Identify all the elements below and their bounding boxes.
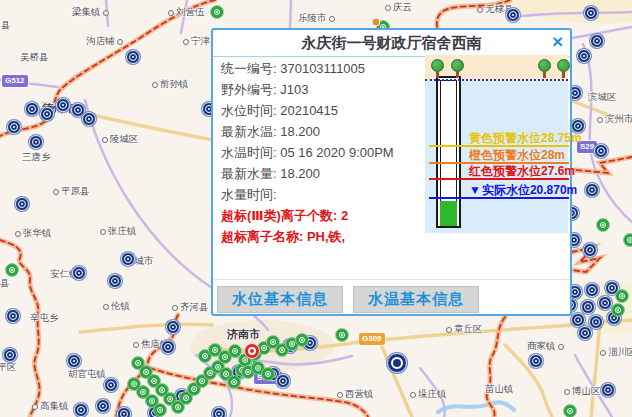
popup-field: 野外编号: J103: [221, 79, 403, 100]
station-marker-green[interactable]: [623, 233, 632, 247]
station-marker-blue[interactable]: [3, 348, 17, 362]
station-marker-blue[interactable]: [82, 112, 96, 126]
station-marker-blue[interactable]: [29, 135, 43, 149]
station-marker-green[interactable]: [615, 289, 629, 303]
station-marker-blue[interactable]: [212, 407, 226, 417]
station-marker-blue[interactable]: [589, 315, 603, 329]
station-marker-blue[interactable]: [601, 383, 615, 397]
station-marker-blue[interactable]: [594, 144, 608, 158]
warning-level-label: 橙色预警水位28m: [469, 147, 565, 164]
station-marker-blue[interactable]: [40, 107, 54, 121]
tree-icon: [537, 59, 551, 80]
station-marker-green[interactable]: [563, 404, 577, 417]
station-marker-bigblue[interactable]: [387, 353, 407, 373]
popup-field: 水量时间:: [221, 184, 403, 205]
station-marker-blue[interactable]: [276, 374, 290, 388]
station-marker-blue[interactable]: [117, 407, 131, 417]
station-marker-orange[interactable]: [372, 18, 381, 27]
station-marker-blue[interactable]: [590, 34, 604, 48]
station-marker-green[interactable]: [227, 375, 241, 389]
popup-field: 最新水温: 18.200: [221, 121, 403, 142]
station-marker-blue[interactable]: [584, 6, 598, 20]
popup-field: 超标(Ⅲ类)离子个数: 2: [221, 205, 403, 226]
station-marker-green[interactable]: [127, 377, 141, 391]
station-marker-green[interactable]: [611, 303, 625, 317]
station-marker-green[interactable]: [153, 403, 167, 417]
station-marker-blue[interactable]: [166, 320, 180, 334]
tree-icon: [450, 59, 464, 80]
station-marker-blue[interactable]: [25, 102, 39, 116]
station-marker-blue[interactable]: [583, 243, 597, 257]
station-marker-blue[interactable]: [121, 252, 135, 266]
station-marker-blue[interactable]: [56, 98, 70, 112]
station-marker-blue[interactable]: [571, 313, 585, 327]
warning-level-label: 红色预警水位27.6m: [469, 163, 575, 180]
station-marker-blue[interactable]: [7, 120, 21, 134]
station-marker-blue[interactable]: [506, 8, 520, 22]
station-marker-green[interactable]: [295, 333, 309, 347]
station-marker-blue[interactable]: [585, 183, 599, 197]
station-marker-blue[interactable]: [581, 300, 595, 314]
station-info-popup: 永庆街一号财政厅宿舍西南 × 统一编号: 370103111005野外编号: J…: [211, 28, 572, 316]
station-marker-blue[interactable]: [578, 326, 592, 340]
water-level-triangle-icon: ▼: [469, 183, 481, 197]
station-marker-green[interactable]: [335, 328, 349, 342]
station-marker-green[interactable]: [5, 263, 19, 277]
warning-level-label: 黄色预警水位28.75m: [469, 130, 582, 147]
popup-field: 统一编号: 370103111005: [221, 58, 403, 79]
station-marker-blue[interactable]: [6, 309, 20, 323]
popup-button-bar: 水位基本信息 水温基本信息: [217, 286, 479, 313]
tree-icon: [430, 59, 444, 80]
well-water-fill: [440, 201, 457, 226]
station-marker-red[interactable]: [244, 343, 260, 359]
station-marker-blue[interactable]: [74, 403, 88, 417]
popup-title: 永庆街一号财政厅宿舍西南: [213, 30, 570, 57]
map-canvas[interactable]: 梁集镇刘营伍乐陵市庆云无棣县宁津沟店铺吴桥县县前孙镇德州市陵城区三唐乡平原县张华…: [0, 0, 632, 417]
station-marker-blue[interactable]: [96, 399, 110, 413]
station-marker-green[interactable]: [596, 218, 610, 232]
popup-separator: [213, 279, 570, 280]
station-marker-blue[interactable]: [126, 50, 140, 64]
popup-field: 水位时间: 20210415: [221, 100, 403, 121]
water-level-diagram: 黄色预警水位28.75m橙色预警水位28m红色预警水位27.6m▼实际水位20.…: [425, 55, 568, 233]
station-marker-blue[interactable]: [67, 354, 81, 368]
station-marker-green[interactable]: [210, 5, 224, 19]
station-marker-blue[interactable]: [108, 274, 122, 288]
tree-icon: [556, 59, 570, 80]
station-marker-blue[interactable]: [585, 283, 599, 297]
station-marker-blue[interactable]: [15, 197, 29, 211]
station-marker-blue[interactable]: [72, 266, 86, 280]
station-marker-blue[interactable]: [598, 296, 612, 310]
close-icon[interactable]: ×: [552, 31, 563, 53]
popup-field: 水温时间: 05 16 2020 9:00PM: [221, 142, 403, 163]
warning-level-label: ▼实际水位20.870m: [469, 182, 577, 199]
station-marker-green[interactable]: [261, 367, 275, 381]
water-level-info-button[interactable]: 水位基本信息: [217, 286, 343, 313]
station-marker-blue[interactable]: [161, 340, 175, 354]
station-marker-blue[interactable]: [577, 49, 591, 63]
popup-field: 超标离子名称: PH,铁,: [221, 226, 403, 247]
popup-field-list: 统一编号: 370103111005野外编号: J103水位时间: 202104…: [221, 58, 403, 247]
water-temp-info-button[interactable]: 水温基本信息: [353, 286, 479, 313]
station-marker-blue[interactable]: [529, 354, 543, 368]
popup-field: 最新水量: 18.200: [221, 163, 403, 184]
station-marker-blue[interactable]: [104, 378, 118, 392]
